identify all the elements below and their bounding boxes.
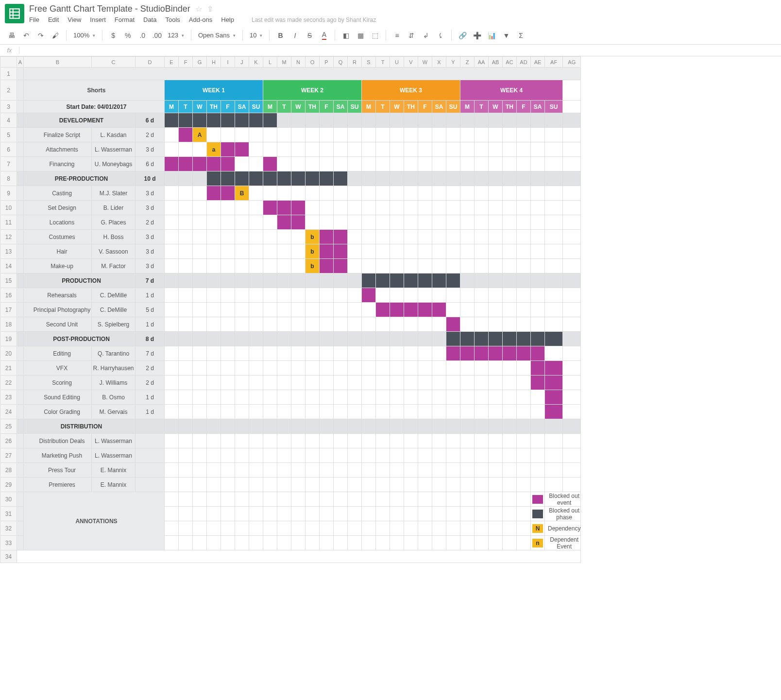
gantt-cell[interactable] bbox=[348, 157, 362, 171]
gantt-cell[interactable] bbox=[348, 128, 362, 142]
gantt-cell[interactable] bbox=[249, 230, 263, 244]
gantt-cell[interactable] bbox=[263, 259, 277, 273]
gantt-cell[interactable] bbox=[545, 303, 563, 317]
gantt-cell[interactable] bbox=[334, 346, 348, 361]
gantt-cell[interactable] bbox=[404, 157, 418, 171]
gantt-phase-cell[interactable] bbox=[334, 113, 348, 128]
gantt-cell[interactable] bbox=[390, 346, 404, 361]
gantt-phase-cell[interactable] bbox=[362, 113, 376, 128]
gantt-phase-cell[interactable] bbox=[320, 332, 334, 346]
row-header[interactable]: 5 bbox=[0, 128, 17, 142]
gantt-cell[interactable] bbox=[193, 463, 207, 478]
gantt-cell[interactable] bbox=[362, 259, 376, 273]
gantt-cell[interactable] bbox=[179, 215, 193, 230]
gantt-cell[interactable] bbox=[179, 201, 193, 215]
gantt-cell[interactable] bbox=[291, 463, 306, 478]
gantt-cell[interactable] bbox=[165, 346, 179, 361]
gantt-cell[interactable] bbox=[306, 478, 320, 492]
row-header[interactable]: 17 bbox=[0, 303, 17, 317]
gantt-cell[interactable] bbox=[376, 390, 390, 405]
gantt-phase-cell[interactable] bbox=[263, 273, 277, 288]
gantt-cell[interactable] bbox=[165, 186, 179, 201]
gantt-cell[interactable] bbox=[348, 361, 362, 376]
gantt-cell[interactable] bbox=[503, 186, 517, 201]
strike-icon[interactable]: S bbox=[303, 29, 316, 42]
gantt-cell[interactable] bbox=[376, 142, 390, 157]
gantt-cell[interactable] bbox=[460, 201, 475, 215]
percent-icon[interactable]: % bbox=[121, 29, 135, 42]
gantt-cell[interactable] bbox=[362, 142, 376, 157]
gantt-cell[interactable] bbox=[348, 448, 362, 463]
gantt-phase-cell[interactable] bbox=[263, 419, 277, 434]
menu-edit[interactable]: Edit bbox=[48, 16, 59, 23]
gantt-phase-cell[interactable] bbox=[334, 332, 348, 346]
gantt-cell[interactable] bbox=[446, 390, 460, 405]
gantt-cell[interactable] bbox=[193, 346, 207, 361]
col-header-H[interactable]: H bbox=[207, 57, 221, 68]
gantt-cell[interactable] bbox=[193, 478, 207, 492]
gantt-cell[interactable] bbox=[320, 390, 334, 405]
gantt-cell[interactable] bbox=[531, 405, 545, 419]
gantt-cell[interactable] bbox=[277, 376, 291, 390]
gantt-cell[interactable] bbox=[249, 288, 263, 303]
gantt-phase-cell[interactable] bbox=[545, 171, 563, 186]
gantt-cell[interactable] bbox=[179, 434, 193, 448]
gantt-cell[interactable] bbox=[418, 478, 432, 492]
gantt-cell[interactable] bbox=[418, 259, 432, 273]
col-header-AA[interactable]: AA bbox=[475, 57, 489, 68]
gantt-cell[interactable] bbox=[306, 288, 320, 303]
row-header[interactable]: 14 bbox=[0, 259, 17, 273]
gantt-phase-cell[interactable] bbox=[193, 273, 207, 288]
gantt-cell[interactable] bbox=[334, 215, 348, 230]
gantt-cell[interactable] bbox=[531, 157, 545, 171]
gantt-cell[interactable] bbox=[418, 142, 432, 157]
gantt-phase-cell[interactable] bbox=[235, 332, 249, 346]
gantt-cell[interactable] bbox=[432, 128, 446, 142]
gantt-cell[interactable] bbox=[432, 376, 446, 390]
gantt-cell[interactable] bbox=[320, 288, 334, 303]
gantt-phase-cell[interactable] bbox=[207, 171, 221, 186]
row-header[interactable]: 28 bbox=[0, 463, 17, 478]
row-header[interactable]: 1 bbox=[0, 68, 17, 80]
gantt-cell[interactable] bbox=[531, 259, 545, 273]
cell-a1[interactable] bbox=[17, 68, 24, 80]
gantt-cell[interactable] bbox=[348, 434, 362, 448]
gantt-cell[interactable] bbox=[390, 259, 404, 273]
gantt-cell[interactable] bbox=[179, 390, 193, 405]
gantt-cell[interactable] bbox=[376, 463, 390, 478]
gantt-cell[interactable] bbox=[376, 230, 390, 244]
gantt-cell[interactable] bbox=[277, 142, 291, 157]
col-header-Q[interactable]: Q bbox=[334, 57, 348, 68]
gantt-cell[interactable] bbox=[362, 448, 376, 463]
gantt-cell[interactable] bbox=[277, 390, 291, 405]
gantt-cell[interactable] bbox=[390, 434, 404, 448]
gantt-phase-cell[interactable] bbox=[404, 419, 418, 434]
gantt-cell[interactable] bbox=[531, 478, 545, 492]
gantt-cell[interactable] bbox=[193, 390, 207, 405]
functions-icon[interactable]: Σ bbox=[514, 29, 527, 42]
gantt-cell[interactable] bbox=[249, 434, 263, 448]
gantt-cell[interactable] bbox=[221, 201, 235, 215]
gantt-cell[interactable] bbox=[475, 186, 489, 201]
gantt-cell[interactable] bbox=[418, 215, 432, 230]
row-header[interactable]: 16 bbox=[0, 288, 17, 303]
gantt-cell[interactable] bbox=[165, 405, 179, 419]
gantt-phase-cell[interactable] bbox=[446, 113, 460, 128]
gantt-cell[interactable] bbox=[235, 215, 249, 230]
col-header-F[interactable]: F bbox=[179, 57, 193, 68]
gantt-phase-cell[interactable] bbox=[432, 171, 446, 186]
gantt-cell[interactable] bbox=[263, 346, 277, 361]
gantt-cell[interactable] bbox=[277, 361, 291, 376]
gantt-phase-cell[interactable] bbox=[291, 171, 306, 186]
gantt-phase-cell[interactable] bbox=[489, 332, 503, 346]
gantt-cell[interactable] bbox=[404, 405, 418, 419]
gantt-cell[interactable] bbox=[179, 361, 193, 376]
gantt-cell[interactable] bbox=[235, 463, 249, 478]
gantt-cell[interactable] bbox=[460, 230, 475, 244]
gantt-cell[interactable] bbox=[390, 448, 404, 463]
gantt-phase-cell[interactable] bbox=[320, 273, 334, 288]
gantt-cell[interactable] bbox=[249, 157, 263, 171]
gantt-phase-cell[interactable] bbox=[193, 171, 207, 186]
dec-decimal-icon[interactable]: .0 bbox=[136, 29, 149, 42]
col-header-J[interactable]: J bbox=[235, 57, 249, 68]
